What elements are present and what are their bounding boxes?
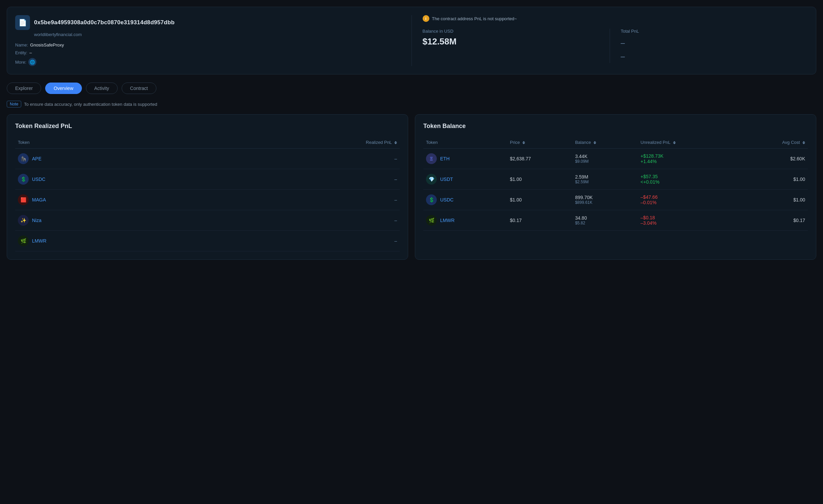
domain: worldlibertyfinancial.com xyxy=(34,32,401,37)
note-text: To ensure data accuracy, only authentica… xyxy=(24,102,157,107)
sort-icon-realized xyxy=(394,141,397,144)
avg-cost: $1.00 xyxy=(738,190,808,210)
token-price: $1.00 xyxy=(507,190,572,210)
sort-icon-balance xyxy=(593,141,596,144)
note-badge: Note xyxy=(7,101,21,107)
col-token-b: Token xyxy=(423,136,507,149)
pnl-value2: – xyxy=(621,50,808,63)
token-icon: 💲 xyxy=(426,194,437,205)
token-icon: 💎 xyxy=(426,174,437,185)
globe-icon[interactable]: 🌐 xyxy=(28,58,36,66)
realized-pnl-table: Token Realized PnL 🦍 APE – xyxy=(15,136,400,251)
token-name: LMWR xyxy=(440,218,455,223)
pnl-col: Total PnL – – xyxy=(610,29,808,63)
token-name: MAGA xyxy=(32,197,46,202)
token-price: $0.17 xyxy=(507,210,572,231)
col-balance: Balance xyxy=(572,136,638,149)
col-unrealized-pnl: Unrealized PnL xyxy=(638,136,738,149)
token-name: USDC xyxy=(440,197,454,202)
notice-bar: i The contract address PnL is not suppor… xyxy=(423,15,808,22)
name-value: GnosisSafeProxy xyxy=(30,42,64,48)
token-icon: 💲 xyxy=(18,174,29,185)
notice-text: The contract address PnL is not supporte… xyxy=(432,16,517,21)
token-icon: 🌿 xyxy=(426,215,437,226)
wallet-address: 0x5be9a4959308a0d0c7bc0870e319314d8d957d… xyxy=(34,19,175,26)
pnl-value1: – xyxy=(621,36,808,50)
unrealized-pnl: –$47.66 –0.01% xyxy=(638,190,738,210)
realized-pnl-value: – xyxy=(200,210,400,231)
name-label: Name: xyxy=(15,42,28,48)
note-bar: Note To ensure data accuracy, only authe… xyxy=(7,101,816,107)
realized-pnl-value: – xyxy=(200,190,400,210)
balance-section: i The contract address PnL is not suppor… xyxy=(412,15,808,66)
table-row: 💎 USDT $1.00 2.59M $2.59M +$57.35 <+0.01… xyxy=(423,169,808,190)
realized-pnl-value: – xyxy=(200,149,400,169)
token-name: USDT xyxy=(440,177,453,182)
pnl-label: Total PnL xyxy=(621,29,808,34)
token-icon: 🦍 xyxy=(18,153,29,164)
more-label: More: xyxy=(15,60,26,65)
token-price: $1.00 xyxy=(507,169,572,190)
table-row: 🦍 APE – xyxy=(15,149,400,169)
table-row: 🌿 LMWR – xyxy=(15,231,400,251)
tab-explorer[interactable]: Explorer xyxy=(7,83,41,94)
token-balance-title: Token Balance xyxy=(423,123,808,130)
token-name: USDC xyxy=(32,177,45,182)
entity-label: Entity: xyxy=(15,50,27,55)
realized-pnl-title: Token Realized PnL xyxy=(15,123,400,130)
entity-value: – xyxy=(29,50,32,55)
token-balance: 899.70K $899.61K xyxy=(572,190,638,210)
balance-amount: $12.58M xyxy=(423,36,610,47)
tab-contract[interactable]: Contract xyxy=(122,83,156,94)
col-price: Price xyxy=(507,136,572,149)
token-balance-panel: Token Balance Token Price Balance xyxy=(415,114,816,260)
info-icon: i xyxy=(423,15,429,22)
address-section: 📄 0x5be9a4959308a0d0c7bc0870e319314d8d95… xyxy=(15,15,412,66)
address-icon: 📄 xyxy=(15,15,30,30)
sort-icon-price xyxy=(522,141,525,144)
token-name: LMWR xyxy=(32,238,47,244)
avg-cost: $2.60K xyxy=(738,149,808,169)
token-icon: Ξ xyxy=(426,153,437,164)
table-row: 💲 USDC $1.00 899.70K $899.61K –$47.66 –0… xyxy=(423,190,808,210)
realized-pnl-value: – xyxy=(200,231,400,251)
table-row: 💲 USDC – xyxy=(15,169,400,190)
avg-cost: $0.17 xyxy=(738,210,808,231)
content-grid: Token Realized PnL Token Realized PnL xyxy=(7,114,816,260)
col-avg-cost: Avg Cost xyxy=(738,136,808,149)
tab-overview[interactable]: Overview xyxy=(45,83,82,94)
unrealized-pnl: +$128.73K +1.44% xyxy=(638,149,738,169)
table-row: 🟥 MAGA – xyxy=(15,190,400,210)
token-name: ETH xyxy=(440,156,450,161)
token-balance-table: Token Price Balance Unreali xyxy=(423,136,808,231)
top-card: 📄 0x5be9a4959308a0d0c7bc0870e319314d8d95… xyxy=(7,7,816,74)
realized-pnl-value: – xyxy=(200,169,400,190)
token-icon: 🟥 xyxy=(18,194,29,205)
unrealized-pnl: –$0.18 –3.04% xyxy=(638,210,738,231)
table-row: 🌿 LMWR $0.17 34.80 $5.82 –$0.18 –3.04% $… xyxy=(423,210,808,231)
tab-activity[interactable]: Activity xyxy=(86,83,118,94)
col-realized-pnl: Realized PnL xyxy=(200,136,400,149)
avg-cost: $1.00 xyxy=(738,169,808,190)
table-row: ✨ Niza – xyxy=(15,210,400,231)
token-icon: 🌿 xyxy=(18,235,29,246)
balance-col: Balance in USD $12.58M xyxy=(423,29,610,63)
token-name: Niza xyxy=(32,218,41,223)
table-row: Ξ ETH $2,638.77 3.44K $9.09M +$128.73K +… xyxy=(423,149,808,169)
token-balance: 3.44K $9.09M xyxy=(572,149,638,169)
token-balance: 34.80 $5.82 xyxy=(572,210,638,231)
col-token: Token xyxy=(15,136,200,149)
sort-icon-avg xyxy=(802,141,805,144)
unrealized-pnl: +$57.35 <+0.01% xyxy=(638,169,738,190)
token-price: $2,638.77 xyxy=(507,149,572,169)
token-icon: ✨ xyxy=(18,215,29,226)
token-name: APE xyxy=(32,156,41,161)
balance-label: Balance in USD xyxy=(423,29,610,34)
nav-tabs: Explorer Overview Activity Contract xyxy=(7,83,816,94)
token-balance: 2.59M $2.59M xyxy=(572,169,638,190)
realized-pnl-panel: Token Realized PnL Token Realized PnL xyxy=(7,114,408,260)
sort-icon-upnl xyxy=(673,141,676,144)
